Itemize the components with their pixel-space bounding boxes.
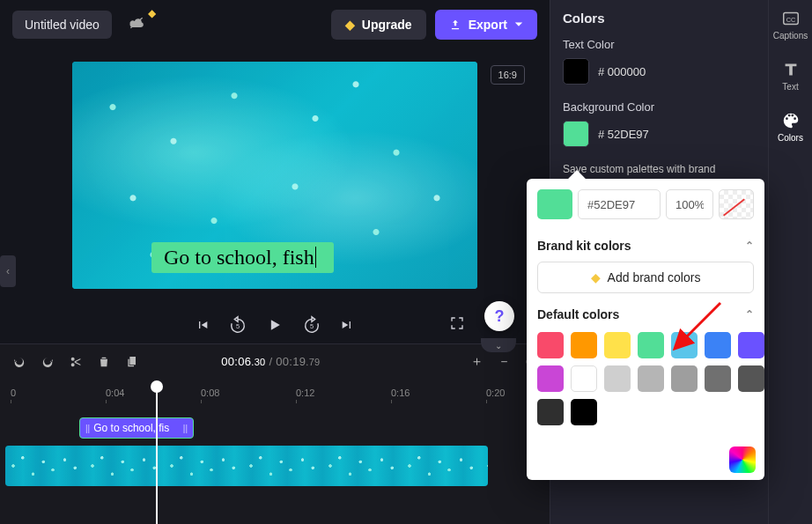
text-color-hex: # 000000: [598, 65, 646, 78]
skip-end-icon[interactable]: [340, 318, 354, 332]
default-swatch-grid: [537, 330, 754, 425]
default-colors-heading: Default colors: [537, 307, 619, 321]
color-swatch[interactable]: [671, 365, 698, 392]
color-swatch[interactable]: [705, 332, 731, 358]
skip-start-icon[interactable]: [196, 318, 210, 332]
right-sidebar: CC Captions Text Colors: [768, 0, 812, 524]
bg-color-swatch[interactable]: [563, 121, 589, 147]
brand-kit-heading: Brand kit colors: [537, 239, 631, 253]
color-swatch[interactable]: [571, 399, 597, 425]
color-swatch[interactable]: [638, 365, 664, 392]
opacity-input[interactable]: [666, 189, 713, 219]
undo-icon[interactable]: [12, 355, 26, 369]
palette-icon: [781, 111, 801, 130]
color-swatch[interactable]: [604, 365, 631, 392]
forward-5-icon[interactable]: 5: [301, 314, 322, 336]
color-picker-popover: Brand kit colors ⌃ ◆ Add brand colors De…: [527, 179, 764, 480]
timeline-ruler[interactable]: 00:040:080:120:160:20: [0, 386, 550, 403]
export-button[interactable]: Export: [435, 10, 537, 40]
panel-heading: Colors: [563, 11, 756, 26]
custom-color-wheel[interactable]: [729, 447, 756, 473]
tab-captions[interactable]: CC Captions: [773, 9, 808, 41]
play-icon[interactable]: [266, 316, 284, 334]
color-swatch[interactable]: [571, 365, 597, 392]
aspect-ratio-badge[interactable]: 16:9: [491, 65, 525, 85]
diamond-icon: ◆: [591, 270, 601, 284]
upgrade-button[interactable]: ◆ Upgrade: [331, 10, 426, 40]
ruler-tick: 0: [11, 387, 16, 398]
playhead[interactable]: [156, 382, 158, 524]
delete-icon[interactable]: [97, 355, 111, 369]
video-clip[interactable]: [5, 446, 488, 486]
color-swatch[interactable]: [604, 332, 631, 358]
collapse-panel-chevron[interactable]: ⌄: [481, 338, 516, 352]
color-swatch[interactable]: [738, 332, 764, 358]
help-button[interactable]: ?: [484, 301, 514, 331]
brand-palette-hint: Save custom palettes with brand: [563, 163, 756, 175]
color-swatch[interactable]: [537, 365, 564, 392]
ruler-tick: 0:04: [106, 387, 124, 398]
bg-color-label: Background Color: [563, 100, 756, 114]
color-swatch[interactable]: [671, 332, 698, 358]
caption-overlay[interactable]: Go to school, fish: [151, 242, 334, 273]
color-swatch[interactable]: [571, 332, 597, 358]
rewind-5-icon[interactable]: 5: [227, 314, 248, 336]
cloud-sync-icon[interactable]: ◆: [124, 12, 149, 38]
add-brand-colors-button[interactable]: ◆ Add brand colors: [537, 262, 754, 293]
brand-section-collapse[interactable]: ⌃: [745, 240, 754, 252]
text-clip-label: Go to school, fis: [93, 422, 169, 434]
caption-text: Go to school, fish: [164, 246, 314, 269]
clip-handle-left[interactable]: ||: [85, 424, 90, 433]
ruler-tick: 0:16: [391, 387, 410, 398]
color-swatch[interactable]: [705, 365, 731, 392]
add-track-icon[interactable]: ＋: [470, 353, 484, 370]
captions-icon: CC: [781, 9, 801, 28]
export-label: Export: [469, 18, 507, 32]
panel-expand-left[interactable]: ‹: [0, 255, 16, 287]
duplicate-icon[interactable]: [125, 355, 139, 369]
current-color-swatch[interactable]: [537, 189, 572, 219]
ruler-tick: 0:12: [296, 387, 314, 398]
text-color-swatch[interactable]: [563, 58, 589, 85]
ruler-tick: 0:08: [201, 387, 219, 398]
svg-text:5: 5: [236, 322, 240, 330]
color-swatch[interactable]: [537, 399, 564, 425]
color-swatch[interactable]: [738, 365, 764, 392]
chevron-down-icon: [514, 20, 523, 29]
ruler-tick: 0:20: [486, 387, 505, 398]
upload-icon: [449, 18, 461, 31]
bg-color-hex: # 52DE97: [598, 128, 649, 141]
svg-text:CC: CC: [786, 16, 795, 24]
colors-panel: Colors Text Color # 000000 Background Co…: [550, 0, 768, 524]
text-icon: [781, 60, 801, 79]
diamond-icon: ◆: [345, 18, 355, 32]
timeline[interactable]: 00:040:080:120:160:20 || Go to school, f…: [0, 379, 550, 524]
no-color-swatch[interactable]: [719, 189, 754, 219]
text-color-label: Text Color: [563, 38, 756, 51]
tab-colors[interactable]: Colors: [778, 111, 803, 143]
redo-icon[interactable]: [41, 355, 55, 369]
project-title[interactable]: Untitled video: [12, 11, 112, 39]
zoom-out-icon[interactable]: －: [498, 353, 511, 370]
color-swatch[interactable]: [638, 332, 664, 358]
text-clip[interactable]: || Go to school, fis ||: [79, 417, 194, 439]
timecode: 00:06.30 / 00:19.79: [221, 355, 320, 368]
video-canvas[interactable]: Go to school, fish: [72, 62, 477, 289]
clip-handle-right[interactable]: ||: [183, 424, 188, 433]
upgrade-label: Upgrade: [362, 18, 412, 32]
split-icon[interactable]: [69, 355, 83, 369]
fullscreen-icon[interactable]: [449, 315, 465, 335]
tab-text[interactable]: Text: [781, 60, 801, 92]
svg-text:5: 5: [310, 322, 314, 330]
color-swatch[interactable]: [537, 332, 564, 358]
default-section-collapse[interactable]: ⌃: [745, 308, 754, 321]
hex-input[interactable]: [578, 189, 661, 219]
